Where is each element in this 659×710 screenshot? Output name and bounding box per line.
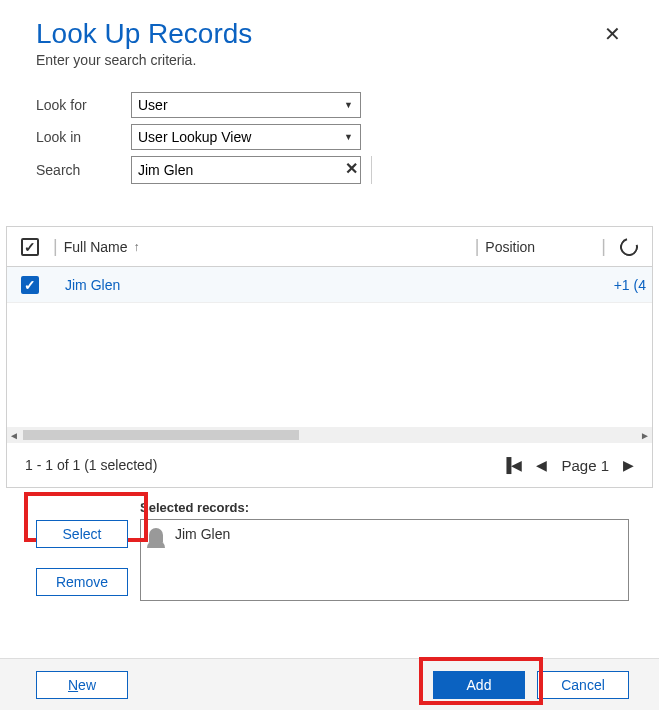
sort-asc-icon: ↑ xyxy=(133,240,139,254)
clear-search-icon[interactable]: ✕ xyxy=(341,159,361,178)
row-checkbox[interactable] xyxy=(21,276,39,294)
column-separator: | xyxy=(475,236,480,257)
user-icon xyxy=(149,528,163,542)
dialog-subtitle: Enter your search criteria. xyxy=(36,52,252,68)
lookfor-label: Look for xyxy=(36,92,131,118)
lookin-select[interactable]: User Lookup View xyxy=(131,124,361,150)
scroll-right-icon[interactable]: ► xyxy=(640,430,650,441)
selected-records-label: Selected records: xyxy=(140,500,629,515)
select-all-checkbox[interactable] xyxy=(21,238,39,256)
selected-records-box[interactable]: Jim Glen xyxy=(140,519,629,601)
prev-page-icon[interactable]: ◀ xyxy=(536,457,547,473)
select-button[interactable]: Select xyxy=(36,520,128,548)
refresh-icon[interactable] xyxy=(617,234,642,259)
row-fullname[interactable]: Jim Glen xyxy=(61,277,496,293)
dialog-title: Look Up Records xyxy=(36,18,252,50)
row-phone: +1 (4 xyxy=(606,277,646,293)
selected-item: Jim Glen xyxy=(175,526,230,542)
column-position[interactable]: Position xyxy=(485,239,595,255)
column-fullname[interactable]: Full Name ↑ xyxy=(64,239,469,255)
lookin-label: Look in xyxy=(36,124,131,150)
scroll-left-icon[interactable]: ◄ xyxy=(9,430,19,441)
lookfor-select[interactable]: User xyxy=(131,92,361,118)
add-button[interactable]: Add xyxy=(433,671,525,699)
pager-summary: 1 - 1 of 1 (1 selected) xyxy=(25,457,157,473)
horizontal-scrollbar[interactable]: ◄ ► xyxy=(7,427,652,443)
page-label: Page 1 xyxy=(561,457,609,474)
first-page-icon[interactable]: ▐◀ xyxy=(502,457,523,473)
search-input[interactable] xyxy=(131,156,361,184)
next-page-icon[interactable]: ▶ xyxy=(623,457,634,473)
column-separator: | xyxy=(53,236,58,257)
new-button[interactable]: New xyxy=(36,671,128,699)
column-fullname-label: Full Name xyxy=(64,239,128,255)
results-grid: | Full Name ↑ | Position | Jim Glen +1 (… xyxy=(6,226,653,488)
column-separator: | xyxy=(601,236,606,257)
close-button[interactable]: ✕ xyxy=(596,18,629,50)
remove-button[interactable]: Remove xyxy=(36,568,128,596)
scroll-thumb[interactable] xyxy=(23,430,299,440)
search-label: Search xyxy=(36,156,131,184)
table-row[interactable]: Jim Glen +1 (4 xyxy=(7,267,652,303)
cancel-button[interactable]: Cancel xyxy=(537,671,629,699)
